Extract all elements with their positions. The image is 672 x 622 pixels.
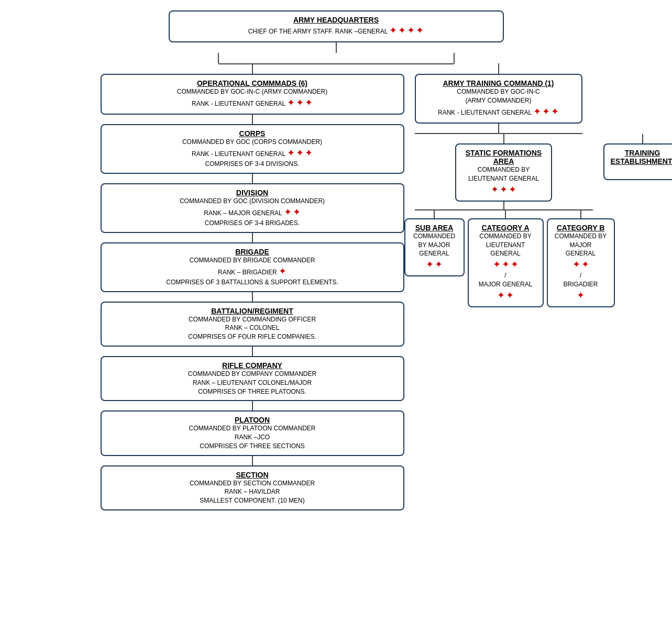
training-estab-box: TRAINING ESTABLISHMENTS — [603, 143, 673, 180]
cat-b-stars-1: ✦ ✦ — [572, 258, 589, 271]
section-box: SECTION COMMANDED BY SECTION COMMANDER R… — [101, 465, 404, 510]
corps-line1: COMMANDED BY GOC (CORPS COMMANDER) — [108, 138, 397, 147]
right-column: ARMY TRAINING COMMAND (1) COMMANDED BY G… — [404, 63, 593, 307]
section-title: SECTION — [108, 471, 397, 479]
division-text: COMMANDED BY GOC (DIVISION COMMANDER) RA… — [108, 197, 397, 228]
cat-b-title: CATEGORY B — [554, 224, 608, 232]
right-h-connector — [415, 133, 582, 134]
brigade-box: BRIGADE COMMANDED BY BRIGADE COMMANDER R… — [101, 242, 404, 292]
left-column: OPERATIONAL COMMMADS (6) COMMANDED BY GO… — [101, 63, 404, 510]
static-train-row: STATIC FORMATIONS AREA COMMANDED BY LIEU… — [404, 134, 593, 307]
category-b-box: CATEGORY B COMMANDED BY MAJOR GENERAL ✦ … — [547, 218, 615, 307]
cat-a-stars-2: ✦ ✦ — [497, 289, 514, 302]
cat-a-text: COMMANDED BY LIEUTENANT GENERAL ✦ ✦ ✦ — [475, 232, 536, 302]
corps-line3: COMPRISES OF 3-4 DIVISIONS. — [108, 160, 397, 169]
army-train-box: ARMY TRAINING COMMAND (1) COMMANDED BY G… — [415, 74, 582, 124]
rifle-title: RIFLE COMPANY — [108, 361, 397, 370]
right-branch-line — [454, 53, 455, 63]
platoon-text: COMMANDED BY PLATOON COMMANDER RANK –JCO… — [108, 424, 397, 450]
army-train-text: COMMANDED BY GOC-IN-C (ARMY COMMANDER) R… — [422, 87, 575, 118]
training-col: TRAINING ESTABLISHMENTS — [603, 134, 673, 180]
static-col: STATIC FORMATIONS AREA COMMANDED BY LIEU… — [404, 134, 603, 307]
sub-boxes-row: SUB AREA COMMANDED BY MAJOR GENERAL ✦ ✦ — [404, 210, 603, 307]
brigade-stars: ✦ — [279, 265, 287, 278]
static-title: STATIC FORMATIONS AREA — [462, 149, 545, 165]
op-cmd-title: OPERATIONAL COMMMADS (6) — [108, 79, 397, 87]
sub-area-box: SUB AREA COMMANDED BY MAJOR GENERAL ✦ ✦ — [404, 218, 465, 277]
sub-area-title: SUB AREA — [412, 224, 457, 232]
corps-title: CORPS — [108, 129, 397, 138]
split-row-container: OPERATIONAL COMMMADS (6) COMMANDED BY GO… — [101, 63, 572, 510]
brigade-text: COMMANDED BY BRIGADE COMMANDER RANK – BR… — [108, 256, 397, 287]
corps-text: COMMANDED BY GOC (CORPS COMMANDER) RANK … — [108, 138, 397, 169]
h-connector-bar — [218, 63, 454, 64]
cat-a-col: CATEGORY A COMMANDED BY LIEUTENANT GENER… — [468, 210, 544, 307]
sub-h-connector — [415, 209, 593, 210]
opcmd-stem — [252, 63, 253, 74]
division-box: DIVISION COMMANDED BY GOC (DIVISION COMM… — [101, 183, 404, 233]
hq-to-split-line — [336, 42, 337, 53]
division-title: DIVISION — [108, 188, 397, 197]
op-cmd-stars: ✦ ✦ ✦ — [287, 96, 313, 109]
category-a-box: CATEGORY A COMMANDED BY LIEUTENANT GENER… — [468, 218, 544, 307]
battalion-text: COMMANDED BY COMMANDING OFFICER RANK – C… — [108, 315, 397, 341]
training-title: TRAINING ESTABLISHMENTS — [611, 149, 673, 165]
corps-line2: RANK - LIEUTENANT GENERAL ✦ ✦ ✦ — [108, 147, 397, 160]
army-train-stars: ✦ ✦ ✦ — [533, 105, 559, 118]
cat-b-col: CATEGORY B COMMANDED BY MAJOR GENERAL ✦ … — [547, 210, 615, 307]
left-branch-line — [218, 53, 219, 63]
platoon-title: PLATOON — [108, 416, 397, 424]
op-cmd-line1: COMMANDED BY GOC-IN-C (ARMY COMMANDER) — [108, 87, 397, 96]
corps-stars: ✦ ✦ ✦ — [287, 147, 313, 160]
section-text: COMMANDED BY SECTION COMMANDER RANK – HA… — [108, 479, 397, 505]
cat-b-text: COMMANDED BY MAJOR GENERAL ✦ ✦ / — [554, 232, 608, 302]
op-cmd-text: COMMANDED BY GOC-IN-C (ARMY COMMANDER) R… — [108, 87, 397, 109]
sub-area-stars: ✦ ✦ — [426, 258, 443, 271]
hq-h-connector — [101, 53, 572, 63]
cat-a-title: CATEGORY A — [475, 224, 536, 232]
hq-line1: CHIEF OF THE ARMY STAFF. RANK –GENERAL — [248, 28, 388, 35]
opcmd-to-corps-line — [252, 115, 253, 124]
battalion-title: BATTALION/REGIMENT — [108, 307, 397, 315]
platoon-box: PLATOON COMMANDED BY PLATOON COMMANDER R… — [101, 410, 404, 456]
battalion-box: BATTALION/REGIMENT COMMANDED BY COMMANDI… — [101, 302, 404, 347]
op-cmd-box: OPERATIONAL COMMMADS (6) COMMANDED BY GO… — [101, 74, 404, 115]
hq-stars: ✦ ✦ ✦ ✦ — [389, 24, 424, 37]
static-text: COMMANDED BY LIEUTENANT GENERAL ✦ ✦ ✦ — [462, 165, 545, 196]
cat-a-stars-1: ✦ ✦ ✦ — [493, 258, 519, 271]
hq-title: ARMY HEADQUARTERS — [176, 16, 497, 24]
sub-area-text: COMMANDED BY MAJOR GENERAL ✦ ✦ — [412, 232, 457, 272]
sub-area-col: SUB AREA COMMANDED BY MAJOR GENERAL ✦ ✦ — [404, 210, 465, 277]
army-train-title: ARMY TRAINING COMMAND (1) — [422, 79, 575, 87]
page-layout: ARMY HEADQUARTERS CHIEF OF THE ARMY STAF… — [12, 10, 661, 510]
op-cmd-line2: RANK - LIEUTENANT GENERAL ✦ ✦ ✦ — [108, 96, 397, 109]
static-stars: ✦ ✦ ✦ — [491, 183, 516, 196]
hq-text: CHIEF OF THE ARMY STAFF. RANK –GENERAL ✦… — [176, 24, 497, 37]
brigade-title: BRIGADE — [108, 248, 397, 256]
division-stars: ✦ ✦ — [284, 206, 301, 219]
cat-b-stars-2: ✦ — [577, 289, 585, 302]
corps-box: CORPS COMMANDED BY GOC (CORPS COMMANDER)… — [101, 124, 404, 174]
hq-box: ARMY HEADQUARTERS CHIEF OF THE ARMY STAF… — [169, 10, 504, 42]
rifle-text: COMMANDED BY COMPANY COMMANDER RANK – LI… — [108, 370, 397, 396]
static-formations-box: STATIC FORMATIONS AREA COMMANDED BY LIEU… — [455, 143, 552, 202]
rifle-company-box: RIFLE COMPANY COMMANDED BY COMPANY COMMA… — [101, 356, 404, 401]
